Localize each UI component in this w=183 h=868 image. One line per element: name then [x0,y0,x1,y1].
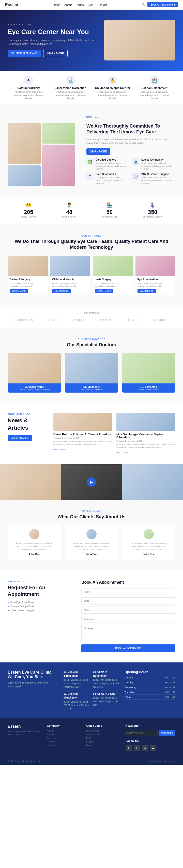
nav-about[interactable]: About [64,3,72,6]
clinic-name-2: 02. Clinic In Manchester [64,692,90,700]
clinic-2: 02. Clinic In Manchester 25 Sullivan Str… [64,692,90,711]
service-card-title-1: Childhood Myopia [52,278,88,281]
hours-day-0: Monday [125,676,133,679]
service-card-body-0: Cataract Surgery Lorem ipsum dolor sit a… [8,276,48,295]
book-appointment-button[interactable]: BOOK APPOINTMENT [81,644,175,652]
doctor-card-0: Dr. James Verily Cataract Ophthalmologis… [8,353,61,393]
form-name-field[interactable] [81,588,175,595]
service-card-title-0: Cataract Surgery [10,278,46,281]
footer-copyright: © 2024 Essien. All Rights Reserved. Priv… [0,757,183,765]
form-message-field[interactable] [81,625,175,641]
hours-day-2: Wednesday [125,686,136,689]
myopia-icon: 👶 [108,76,117,85]
copyright-privacy[interactable]: Privacy Policy [148,760,161,762]
form-dept-field[interactable] [81,616,175,623]
feature-0-desc: Lorem ipsum dolor sit amet, consectetur … [96,162,130,170]
about-image-4 [42,145,75,186]
email-input[interactable] [81,597,175,604]
hero-text: ESSIEN EYE CLINIC Eye Care Center Near Y… [8,23,97,57]
footer-link-terms[interactable]: Terms of Use [86,733,120,736]
technology-icon: 💻 [132,158,139,165]
department-input[interactable] [81,616,175,623]
about-image-1 [8,123,41,164]
service-card-btn-2[interactable]: LEARN MORE [95,289,113,293]
feature-0-title: Certified Doctors [96,158,130,161]
clinic-1: 03. Clinic In Nottingham 25 Sullivan Str… [93,670,119,689]
form-phone-field[interactable] [81,607,175,614]
read-more-1[interactable]: READ MORE [116,452,129,454]
play-button[interactable]: ▶ [87,477,96,487]
nav-home[interactable]: Home [53,3,60,6]
testimonial-avatar-2 [144,529,154,539]
testimonials-grid: Lorem ipsum dolor sit amet, consectetur … [8,525,175,560]
twitter-icon[interactable]: t [134,745,140,751]
linkedin-icon[interactable]: in [142,745,148,751]
newsletter-input[interactable] [126,730,158,736]
learn-more-button[interactable]: LEARN MORE [43,50,68,57]
doctor-role-1: Ophthalmologist Specialist [67,388,116,391]
footer-link-services[interactable]: Services [47,733,81,736]
newsletter-form: SUBSCRIBE [126,730,175,736]
clinic-name-1: 03. Clinic In Nottingham [93,670,119,678]
footer-col-company: Company About Services Doctors Partners … [47,724,81,751]
about-section: ABOUT US We Are Thoroughly Committed To … [0,105,183,196]
youtube-icon[interactable]: ▶ [150,745,156,751]
clinic-addr-3: 25 Sullivan Street, Suite 200 Leeds, Eng… [93,696,119,707]
hours-time-2: 9.00 – 17h [164,686,175,689]
service-card-1: Childhood Myopia Lorem ipsum dolor sit a… [50,256,90,295]
nav-blog[interactable]: Blog [88,3,93,6]
footer-link-partners[interactable]: Partners [47,740,81,743]
news-left: FROM OUR BLOG News & Articles ALL ARTICL… [8,413,48,441]
footer-link-blog[interactable]: Blog [86,744,120,747]
news-section: FROM OUR BLOG News & Articles ALL ARTICL… [0,403,183,464]
feature-technology: 💻 Latest Technology Lorem ipsum dolor si… [132,158,175,170]
service-myopia: 👶 Childhood Myopia Control Adipiscing el… [95,76,130,100]
footer-link-faq[interactable]: FAQ [86,737,120,739]
copyright-terms[interactable]: Terms of Use [163,760,175,762]
hours-row-0: Monday 9.00 – 17h [125,676,175,680]
video-cell-center[interactable]: ▶ [61,464,122,500]
service-card-btn-3[interactable]: LEARN MORE [138,289,156,293]
footer-quicklinks-list: Privacy Policy Terms of Use FAQ Support … [86,730,120,747]
service-name-3: Retinal Detachment [137,86,172,89]
appointment-section: APPOINTMENT Request For An Appointment P… [0,570,183,662]
about-learn-more-button[interactable]: LEARN MORE [86,148,110,155]
read-more-0[interactable]: READ MORE [53,448,66,451]
partner-3: Azzurri [100,318,113,322]
service-card-btn-0[interactable]: LEARN MORE [10,289,28,293]
feature-1-title: Latest Technology [141,158,175,161]
doctor-card-2: Dr. Samantha Retinal Ophthalmologist [122,353,175,393]
phone-input[interactable] [81,607,175,614]
facebook-icon[interactable]: f [126,745,132,751]
footer-link-privacy[interactable]: Privacy Policy [86,730,120,732]
news-title-0: Curae Rutrum Pulvinar At Tempor Interdum [53,433,112,436]
doctor-name-2: Dr. Samantha [124,385,173,388]
about-img-col-2 [42,123,75,186]
footer-link-about[interactable]: About [47,730,81,732]
form-email-field[interactable] [81,597,175,604]
hours-row-2: Wednesday 9.00 – 17h [125,686,175,690]
clinic-3: 04. Clinic In Leeds 25 Sullivan Street, … [93,692,119,711]
news-img-1 [116,413,175,431]
testimonial-name-1: John Doe [69,553,114,556]
search-icon[interactable]: 🔍 [142,3,145,7]
all-articles-button[interactable]: ALL ARTICLES [8,435,32,441]
footer-link-support[interactable]: Support [86,740,120,743]
schedule-button[interactable]: SCHEDULE AN EXAM [8,50,41,57]
newsletter-button[interactable]: SUBSCRIBE [159,730,175,736]
clinic-0: 01. Clinic In Birmingham 25 Sullivan Str… [64,670,90,689]
stat-3-number: 350 [143,209,163,215]
nav-pages[interactable]: Pages [76,3,84,6]
footer-link-contact[interactable]: Contact [47,744,81,747]
video-cell-left [0,464,61,500]
nav-cta-button[interactable]: Book An Appointment [147,2,178,7]
service-desc-0: Adipiscing elit ut aliqua quis nostrud e… [11,90,47,100]
stat-location: 🏪 50 Location Clinic [102,202,117,218]
name-input[interactable] [81,588,175,595]
video-section: ▶ [0,464,183,500]
footer-link-doctors[interactable]: Doctors [47,737,81,739]
message-textarea[interactable] [81,625,175,640]
service-card-btn-1[interactable]: LEARN MORE [52,289,71,293]
about-inner: We Are Thoroughly Committed To Deliverin… [8,123,175,186]
nav-contact[interactable]: Contact [97,3,107,6]
